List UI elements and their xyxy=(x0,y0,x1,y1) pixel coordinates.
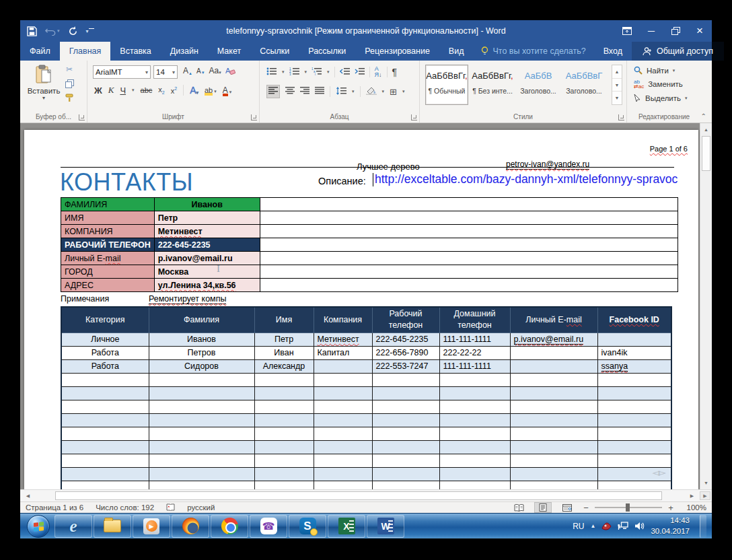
taskbar-app-word[interactable]: W xyxy=(367,515,404,538)
strikethrough-button[interactable]: abc xyxy=(141,86,153,94)
taskbar-app-excel[interactable]: X xyxy=(328,515,365,538)
contacts-list-table[interactable]: КатегорияФамилияИмяКомпанияРабочий телеф… xyxy=(61,306,672,489)
restore-icon[interactable] xyxy=(663,20,688,42)
tab-Файл[interactable]: Файл xyxy=(20,42,60,61)
empty-table-row[interactable] xyxy=(61,400,671,413)
find-button[interactable]: Найти▾ xyxy=(634,66,688,75)
vertical-scroll-thumb[interactable] xyxy=(702,136,710,171)
numbering-icon[interactable]: 123 xyxy=(289,67,300,77)
taskbar-app-internet-explorer[interactable]: e xyxy=(54,515,92,538)
decrease-indent-icon[interactable] xyxy=(340,67,350,77)
font-name-combo[interactable]: ArialMT▾ xyxy=(93,65,151,79)
read-mode-icon[interactable] xyxy=(510,502,527,513)
cut-icon[interactable]: ✂ xyxy=(63,65,75,74)
zoom-slider[interactable] xyxy=(595,507,662,508)
column-header[interactable]: Имя xyxy=(254,307,314,332)
scroll-down-icon[interactable]: ▼ xyxy=(701,478,711,488)
table-row[interactable]: РаботаСидоровАлександр222-553-7247111-11… xyxy=(61,359,671,373)
subscript-button[interactable]: x2 xyxy=(158,85,164,95)
table-row[interactable]: РаботаПетровИванКапитал222-656-7890222-2… xyxy=(61,346,671,359)
empty-table-row[interactable] xyxy=(61,427,671,440)
tab-Вид[interactable]: Вид xyxy=(439,42,474,61)
contact-card-table[interactable]: ФАМИЛИЯИвановИМЯПетрКОМПАНИЯМетинвестРАБ… xyxy=(61,197,678,292)
style-card-2[interactable]: АаБбВЗаголово... xyxy=(517,65,560,105)
page-indicator[interactable]: Страница 1 из 6 xyxy=(26,503,83,512)
clipboard-dialog-launcher[interactable] xyxy=(79,114,85,120)
show-desktop-button[interactable] xyxy=(700,515,706,538)
tab-Рассылки[interactable]: Рассылки xyxy=(299,42,355,61)
shading-icon[interactable] xyxy=(366,86,377,97)
card-row[interactable]: АДРЕСул.Ленина 34,кв.56 xyxy=(61,279,678,292)
customize-qat-icon[interactable]: ▾ xyxy=(86,28,94,34)
share-button[interactable]: Общий доступ xyxy=(632,42,724,61)
superscript-button[interactable]: x2 xyxy=(171,86,177,95)
format-painter-icon[interactable] xyxy=(63,93,75,102)
borders-icon[interactable]: ⊞ xyxy=(390,87,397,97)
tray-expand-icon[interactable]: ▲ xyxy=(591,523,596,529)
font-size-combo[interactable]: 14▾ xyxy=(153,65,178,79)
taskbar-app-media-player[interactable]: ▶ xyxy=(133,515,170,538)
styles-dialog-launcher[interactable] xyxy=(618,114,624,120)
horizontal-scroll-thumb[interactable] xyxy=(55,491,662,500)
style-card-3[interactable]: АаБбВвГЗаголово... xyxy=(562,65,606,105)
taskbar-app-skype[interactable]: S xyxy=(289,515,326,538)
align-left-icon[interactable] xyxy=(266,85,280,98)
save-icon[interactable] xyxy=(27,26,37,36)
redo-icon[interactable] xyxy=(68,26,78,36)
style-card-0[interactable]: АаБбВвГг,¶ Обычный xyxy=(425,65,468,105)
taskbar-app-viber[interactable]: ☎ xyxy=(250,515,287,538)
tab-Рецензирование[interactable]: Рецензирование xyxy=(355,42,439,61)
card-row[interactable]: Личный E-mailp.ivanov@email.ru xyxy=(61,252,678,265)
tab-Ссылки[interactable]: Ссылки xyxy=(250,42,299,61)
empty-table-row[interactable] xyxy=(61,440,671,454)
card-row[interactable]: РАБОЧИЙ ТЕЛЕФОН222-645-2235 xyxy=(61,238,678,252)
shrink-font-button[interactable]: А▼ xyxy=(196,67,205,75)
empty-table-row[interactable] xyxy=(61,413,671,427)
print-layout-icon[interactable] xyxy=(534,502,552,513)
tell-me-box[interactable]: Что вы хотите сделать? xyxy=(473,42,593,61)
scroll-corner[interactable]: ▶ xyxy=(700,491,710,500)
column-header[interactable]: Рабочий телефон xyxy=(372,307,439,332)
card-row[interactable]: ГОРОДМосква xyxy=(61,265,678,279)
column-header[interactable]: Facebook ID xyxy=(597,307,671,332)
multilevel-list-icon[interactable]: 1ai xyxy=(312,67,322,77)
horizontal-scrollbar[interactable]: ◀ ▶ ▶ xyxy=(20,489,712,501)
word-count[interactable]: Число слов: 192 xyxy=(96,503,154,512)
font-dialog-launcher[interactable] xyxy=(251,114,257,120)
description-url-link[interactable]: http://exceltable.com/bazy-dannyh-xml/te… xyxy=(375,172,678,186)
document-page[interactable]: Page 1 of 6 КОНТАКТЫ Лучшее дерево petro… xyxy=(24,130,698,489)
scroll-right-icon[interactable]: ▶ xyxy=(687,491,697,500)
clear-formatting-button[interactable]: A xyxy=(225,67,235,75)
minimize-icon[interactable]: ─ xyxy=(639,20,663,42)
card-row[interactable]: ИМЯПетр xyxy=(61,211,678,225)
column-header[interactable]: Фамилия xyxy=(149,307,254,332)
paste-button[interactable]: Вставить ▾ xyxy=(26,65,62,106)
clock[interactable]: 14:43 30.04.2017 xyxy=(651,516,690,536)
replace-button[interactable]: ab⇄ac Заменить xyxy=(634,79,688,89)
volume-icon[interactable] xyxy=(634,522,645,530)
undo-icon[interactable]: ▾ xyxy=(45,27,60,36)
zoom-out-button[interactable]: − xyxy=(583,503,589,513)
tab-Вставка[interactable]: Вставка xyxy=(110,42,160,61)
select-button[interactable]: Выделить▾ xyxy=(634,94,688,102)
empty-table-row[interactable] xyxy=(61,386,671,400)
paragraph-dialog-launcher[interactable] xyxy=(411,114,417,120)
top-email-link[interactable]: petrov-ivan@yandex.ru xyxy=(506,160,589,170)
empty-table-row[interactable] xyxy=(61,454,671,467)
show-formatting-icon[interactable]: ¶ xyxy=(392,67,398,77)
justify-icon[interactable] xyxy=(315,87,324,96)
column-header[interactable]: Компания xyxy=(314,307,372,332)
text-effects-button[interactable]: A▾ xyxy=(190,85,198,96)
close-icon[interactable]: × xyxy=(688,20,712,42)
styles-scroll[interactable]: ▲ ▼ ▼ xyxy=(612,65,622,105)
sign-in-button[interactable]: Вход xyxy=(594,42,632,61)
copy-icon[interactable] xyxy=(63,79,75,88)
column-header[interactable]: Категория xyxy=(61,307,149,332)
language-switcher[interactable]: RU xyxy=(573,522,584,531)
table-row[interactable]: ЛичноеИвановПетрМетинвест222-645-2235111… xyxy=(61,332,671,346)
change-case-button[interactable]: Aa▾ xyxy=(209,66,221,75)
zoom-level[interactable]: 100% xyxy=(681,503,706,512)
grow-font-button[interactable]: А▲ xyxy=(183,66,192,75)
style-card-1[interactable]: АаБбВвГг,¶ Без инте... xyxy=(471,65,514,105)
align-right-icon[interactable] xyxy=(300,87,309,96)
